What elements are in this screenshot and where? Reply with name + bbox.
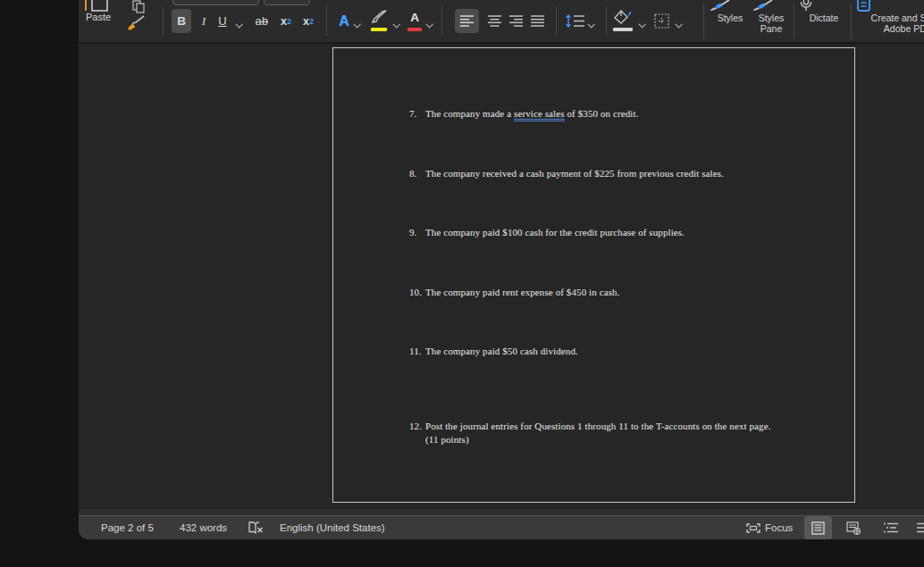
adobe-pdf-icon bbox=[854, 0, 924, 12]
microphone-icon bbox=[799, 0, 849, 12]
italic-label: I bbox=[202, 14, 206, 29]
divider bbox=[326, 6, 327, 36]
doc-item-10: 10.The company paid rent expense of $450… bbox=[409, 286, 620, 298]
divider bbox=[441, 6, 442, 36]
line-spacing-dropdown-icon[interactable] bbox=[588, 15, 599, 26]
create-pdf-label-line1: Create and Share bbox=[854, 13, 924, 24]
underline-button[interactable]: U bbox=[214, 9, 231, 33]
styles-label: Styles bbox=[708, 13, 752, 24]
draft-view-button[interactable] bbox=[910, 516, 924, 539]
web-layout-view-button[interactable] bbox=[840, 516, 868, 539]
superscript-mark: 2 bbox=[309, 17, 314, 26]
font-size-box[interactable] bbox=[264, 0, 310, 5]
grammar-flagged-text[interactable]: service sales bbox=[514, 108, 565, 121]
styles-pane-label-line1: Styles bbox=[751, 13, 792, 24]
doc-item-7: 7.The company made a service sales of $3… bbox=[409, 107, 638, 120]
item-text: (11 points) bbox=[425, 434, 469, 445]
font-color-button[interactable]: A bbox=[406, 7, 424, 27]
draft-view-icon bbox=[917, 522, 924, 534]
paste-label: Paste bbox=[86, 12, 111, 22]
text-effects-dropdown-icon[interactable] bbox=[354, 15, 365, 26]
word-count[interactable]: 432 words bbox=[180, 516, 227, 539]
paste-button[interactable]: Paste bbox=[86, 11, 111, 23]
scrollbar-strip[interactable] bbox=[79, 508, 924, 515]
font-name-box[interactable] bbox=[172, 0, 259, 5]
item-number: 12. bbox=[409, 420, 425, 432]
align-left-button[interactable] bbox=[455, 9, 479, 33]
styles-button[interactable]: Styles bbox=[708, 0, 752, 43]
proofing-status-icon[interactable] bbox=[248, 516, 264, 539]
highlight-icon[interactable] bbox=[368, 7, 390, 27]
doc-item-9: 9.The company paid $100 cash for the cre… bbox=[409, 226, 685, 238]
align-center-icon bbox=[488, 15, 501, 27]
item-text: The company made a bbox=[425, 108, 514, 119]
shading-icon[interactable] bbox=[612, 7, 635, 27]
format-painter-icon[interactable] bbox=[127, 14, 146, 32]
styles-pane-label-line2: Pane bbox=[751, 24, 792, 35]
bold-button[interactable]: B bbox=[172, 9, 191, 33]
justify-button[interactable] bbox=[525, 9, 550, 33]
italic-button[interactable]: I bbox=[196, 9, 212, 33]
borders-dropdown-icon[interactable] bbox=[676, 15, 686, 26]
strikethrough-button[interactable]: ab bbox=[251, 9, 273, 33]
outline-view-icon bbox=[884, 522, 898, 534]
print-layout-view-button[interactable] bbox=[804, 516, 832, 539]
align-right-button[interactable] bbox=[504, 9, 528, 33]
page-count[interactable]: Page 2 of 5 bbox=[101, 516, 154, 539]
copy-icon[interactable] bbox=[132, 0, 146, 13]
ribbon-toolbar: Paste B I U ab bbox=[79, 0, 924, 45]
dictate-label: Dictate bbox=[799, 13, 849, 24]
item-text: The company paid rent expense of $450 in… bbox=[425, 287, 620, 297]
font-color-label: A bbox=[410, 11, 419, 24]
align-left-icon bbox=[460, 15, 474, 27]
highlight-dropdown-icon[interactable] bbox=[393, 15, 404, 26]
status-bar: Page 2 of 5 432 words English (United St… bbox=[79, 515, 924, 539]
styles-pane-button[interactable]: Styles Pane bbox=[751, 0, 792, 43]
doc-item-8: 8.The company received a cash payment of… bbox=[409, 167, 724, 179]
focus-icon bbox=[746, 516, 760, 539]
create-pdf-button[interactable]: Create and Share Adobe PDF bbox=[854, 0, 924, 43]
text-effects-button[interactable]: A bbox=[334, 9, 354, 33]
line-spacing-button[interactable] bbox=[564, 9, 585, 33]
divider bbox=[606, 6, 607, 36]
underline-dropdown-icon[interactable] bbox=[236, 15, 247, 26]
shading-color-bar bbox=[613, 28, 633, 31]
align-right-icon bbox=[509, 15, 523, 27]
shading-dropdown-icon[interactable] bbox=[639, 15, 650, 26]
item-text: The company received a cash payment of $… bbox=[425, 168, 724, 179]
doc-item-12-line2: (11 points) bbox=[425, 433, 469, 446]
line-spacing-icon bbox=[566, 14, 584, 28]
word-window: Paste B I U ab bbox=[79, 0, 924, 539]
language-status[interactable]: English (United States) bbox=[280, 516, 385, 539]
subscript-button[interactable]: x2 bbox=[277, 9, 295, 33]
align-center-button[interactable] bbox=[483, 9, 507, 33]
superscript-base: x bbox=[303, 15, 309, 28]
font-color-dropdown-icon[interactable] bbox=[426, 15, 437, 26]
focus-toggle[interactable]: Focus bbox=[765, 516, 793, 539]
subscript-mark: 2 bbox=[287, 17, 291, 26]
superscript-button[interactable]: x2 bbox=[299, 9, 317, 33]
divider bbox=[556, 6, 557, 36]
divider bbox=[851, 4, 852, 39]
doc-item-12: 12.Post the journal entries for Question… bbox=[409, 420, 771, 432]
document-page[interactable]: 7.The company made a service sales of $3… bbox=[332, 47, 855, 503]
underline-label: U bbox=[218, 14, 226, 28]
divider bbox=[163, 6, 164, 36]
item-number: 10. bbox=[409, 286, 425, 298]
dictate-button[interactable]: Dictate bbox=[799, 0, 849, 43]
doc-item-11: 11.The company paid $50 cash dividend. bbox=[409, 345, 578, 357]
print-layout-icon bbox=[811, 521, 825, 535]
document-canvas: 7.The company made a service sales of $3… bbox=[79, 45, 924, 515]
highlight-color-bar bbox=[371, 28, 387, 31]
web-layout-icon bbox=[846, 521, 861, 535]
text-effects-label: A bbox=[339, 13, 349, 29]
item-text: Post the journal entries for Questions 1… bbox=[425, 421, 771, 431]
item-number: 9. bbox=[409, 226, 425, 238]
font-color-bar bbox=[407, 28, 422, 31]
justify-icon bbox=[531, 15, 544, 27]
item-number: 7. bbox=[409, 107, 425, 120]
divider bbox=[794, 4, 794, 39]
outline-view-button[interactable] bbox=[877, 516, 904, 539]
borders-button[interactable] bbox=[651, 9, 672, 33]
create-pdf-label-line2: Adobe PDF bbox=[854, 24, 924, 35]
